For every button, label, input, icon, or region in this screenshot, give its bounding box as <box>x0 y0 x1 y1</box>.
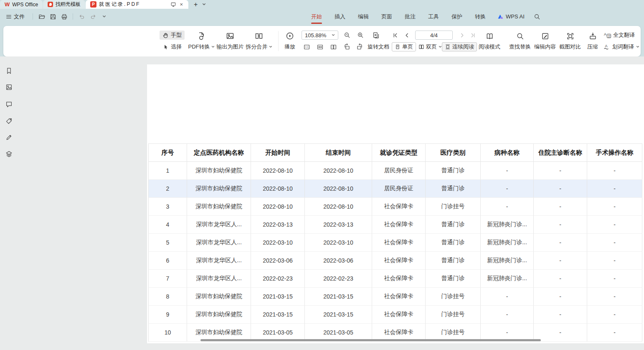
rotate-right-button[interactable] <box>354 42 365 51</box>
cursor-icon <box>162 44 169 50</box>
close-tab-icon[interactable]: × <box>179 1 184 8</box>
find-replace-button[interactable]: 查找替换 <box>507 28 533 54</box>
tab-template-store[interactable]: 找稻壳模板 <box>43 0 85 9</box>
table-row: 5深圳市龙华区人...2022-03-102022-03-10社会保障卡普通门诊… <box>149 234 642 252</box>
horizontal-scrollbar[interactable] <box>200 339 541 341</box>
pen-icon <box>5 134 13 141</box>
menu-item-工具[interactable]: 工具 <box>422 9 445 24</box>
export-image-button[interactable]: 输出为图片 <box>213 28 248 54</box>
rotate-doc-button[interactable]: 旋转文档 <box>368 42 389 51</box>
table-cell: 居民身份证 <box>372 162 426 180</box>
print-icon <box>61 13 68 20</box>
actual-size-button[interactable]: 1:1 <box>302 42 312 51</box>
extract-pages-button[interactable] <box>371 31 381 40</box>
menu-item-页面[interactable]: 页面 <box>375 9 398 24</box>
full-translate-button[interactable]: A文 全文翻译 <box>603 31 635 40</box>
menu-item-转换[interactable]: 转换 <box>469 9 492 24</box>
edit-content-button[interactable]: 编辑内容 <box>532 28 558 54</box>
table-header-cell: 病种名称 <box>481 143 534 162</box>
redo-button[interactable] <box>87 12 99 22</box>
comments-panel-button[interactable] <box>5 101 13 108</box>
table-cell: 4 <box>149 216 187 234</box>
layers-icon <box>5 151 13 158</box>
table-cell: 新冠肺炎门诊... <box>481 270 534 288</box>
double-page-button[interactable]: 双页 <box>416 42 444 51</box>
table-row: 9深圳市妇幼保健院2021-03-152021-03-15社会保障卡门诊挂号--… <box>149 306 642 324</box>
print-button[interactable] <box>58 12 70 22</box>
table-cell: 2 <box>149 180 187 198</box>
first-page-button[interactable] <box>390 31 401 40</box>
table-header-cell: 定点医药机构名称 <box>187 143 251 162</box>
fit-page-button[interactable] <box>328 42 339 51</box>
monitor-icon[interactable] <box>170 2 176 8</box>
compress-button[interactable]: 压缩 <box>583 28 603 54</box>
bookmarks-panel-button[interactable] <box>5 67 13 74</box>
translate-icon: A文 <box>603 32 611 38</box>
tab-list-chevron-icon[interactable] <box>202 3 206 6</box>
table-cell: 深圳市妇幼保健院 <box>187 198 251 216</box>
undo-history-chevron-icon[interactable] <box>99 12 110 22</box>
tags-panel-button[interactable] <box>5 118 13 125</box>
zoom-in-button[interactable] <box>355 31 365 40</box>
thumbnails-panel-button[interactable] <box>5 84 13 91</box>
folder-open-icon <box>38 13 45 20</box>
menu-item-编辑[interactable]: 编辑 <box>352 9 375 24</box>
table-cell: 普通门诊 <box>426 270 481 288</box>
select-tool-button[interactable]: 选择 <box>160 42 185 51</box>
hand-tool-button[interactable]: 手型 <box>160 31 185 40</box>
table-header-cell: 结束时间 <box>305 143 372 162</box>
rotate-left-button[interactable] <box>342 42 352 51</box>
zoom-combo[interactable]: 105.88% <box>302 31 338 40</box>
single-page-button[interactable]: 单页 <box>392 42 416 51</box>
split-merge-button[interactable]: 拆分合并 <box>243 28 275 54</box>
pdf-page: 序号定点医药机构名称开始时间结束时间就诊凭证类型医疗类别病种名称住院主诊断名称手… <box>147 64 644 343</box>
table-row: 7深圳市龙华区人...2022-02-232022-02-23社会保障卡普通门诊… <box>149 270 642 288</box>
last-page-button[interactable] <box>468 31 478 40</box>
undo-button[interactable] <box>76 12 87 22</box>
new-tab-icon[interactable]: + <box>194 1 198 8</box>
divider <box>73 13 73 20</box>
play-button[interactable]: 播放 <box>280 28 300 54</box>
table-cell: - <box>587 180 642 198</box>
next-page-button[interactable] <box>457 31 467 40</box>
zoom-value: 105.88% <box>305 32 326 38</box>
table-cell: 2021-03-15 <box>305 288 372 306</box>
page-number-input[interactable] <box>415 31 453 40</box>
prev-page-button[interactable] <box>402 31 412 40</box>
wps-ai-button[interactable]: WPS AI <box>492 13 530 20</box>
toolbar: 手型 选择 PDF转换 输出为图片 拆分合并 播放 105.88% <box>3 26 641 56</box>
fit-width-button[interactable] <box>315 42 325 51</box>
table-cell: - <box>534 180 587 198</box>
wps-ai-icon <box>497 14 504 19</box>
table-cell: - <box>587 162 642 180</box>
continuous-read-button[interactable]: 连续阅读 <box>442 42 477 51</box>
save-button[interactable] <box>47 12 58 22</box>
read-mode-button[interactable]: 阅读模式 <box>477 28 502 54</box>
table-cell: - <box>587 252 642 270</box>
svg-text:文: 文 <box>608 34 611 38</box>
table-cell: 社会保障卡 <box>372 252 426 270</box>
open-file-button[interactable] <box>36 12 47 22</box>
table-row: 8深圳市妇幼保健院2021-03-152021-03-15社会保障卡门诊挂号--… <box>149 288 642 306</box>
tab-wps-office[interactable]: W WPS Office <box>0 0 43 9</box>
menu-item-插入[interactable]: 插入 <box>328 9 352 24</box>
layers-panel-button[interactable] <box>5 151 13 158</box>
find-replace-label: 查找替换 <box>509 43 531 51</box>
signature-panel-button[interactable] <box>5 134 13 141</box>
wps-ai-label: WPS AI <box>506 13 525 20</box>
screenshot-compare-button[interactable]: 截图对比 <box>557 28 583 54</box>
zoom-out-button[interactable] <box>342 31 352 40</box>
menu-item-开始[interactable]: 开始 <box>305 9 328 24</box>
menu-item-批注[interactable]: 批注 <box>398 9 422 24</box>
table-cell: 3 <box>149 198 187 216</box>
menu-search-button[interactable] <box>534 13 540 20</box>
file-menu-button[interactable]: 文件 <box>5 13 30 20</box>
fit-width-icon <box>317 43 324 51</box>
menu-item-保护[interactable]: 保护 <box>445 9 469 24</box>
table-cell: 2022-03-10 <box>251 234 305 252</box>
table-cell: 2022-03-10 <box>305 234 372 252</box>
rotate-doc-label: 旋转文档 <box>368 43 389 51</box>
word-translate-button[interactable]: A 划词翻译 <box>603 42 639 51</box>
tab-document[interactable]: P 就医记录.PDF × <box>86 0 188 9</box>
table-cell: - <box>587 216 642 234</box>
